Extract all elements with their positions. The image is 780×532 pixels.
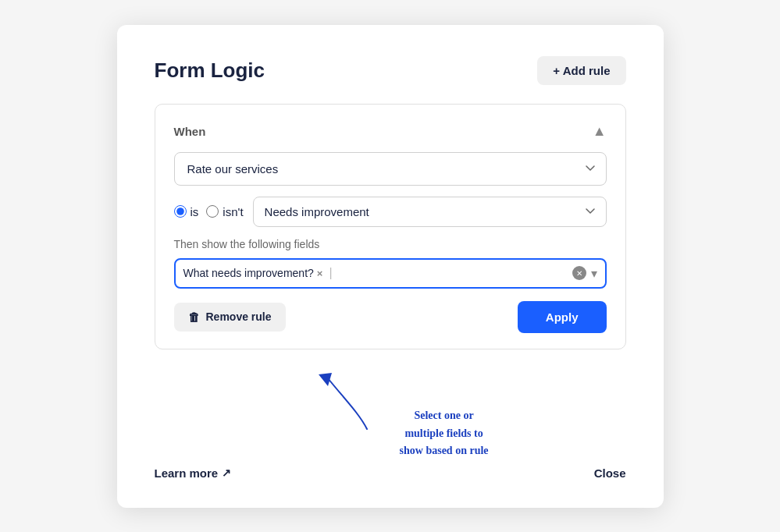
when-label: When bbox=[174, 125, 206, 138]
condition-row: is isn't Needs improvement Excellent Goo… bbox=[174, 197, 607, 227]
tag-input-icons: ▾ bbox=[572, 266, 597, 281]
tag-text-input[interactable] bbox=[339, 267, 568, 280]
tag-label: What needs improvement? bbox=[183, 267, 314, 279]
add-rule-button[interactable]: + Add rule bbox=[537, 56, 625, 85]
is-radio-label[interactable]: is bbox=[174, 205, 199, 218]
annotation-arrow-svg bbox=[289, 367, 414, 437]
tag-remove-icon[interactable]: × bbox=[317, 268, 323, 279]
trash-icon: 🗑 bbox=[188, 310, 200, 324]
isnt-radio-label[interactable]: isn't bbox=[206, 205, 243, 218]
question-select[interactable]: Rate our services How was your experienc… bbox=[174, 152, 607, 186]
isnt-radio[interactable] bbox=[206, 205, 219, 218]
tag-input-wrapper[interactable]: What needs improvement? × | ▾ bbox=[174, 258, 607, 289]
rule-box: When ▲ Rate our services How was your ex… bbox=[155, 104, 626, 349]
radio-group: is isn't bbox=[174, 205, 244, 218]
svg-marker-0 bbox=[319, 373, 332, 386]
dropdown-chevron-icon[interactable]: ▾ bbox=[591, 266, 597, 281]
modal-header: Form Logic + Add rule bbox=[155, 56, 626, 85]
action-row: 🗑 Remove rule Apply bbox=[174, 301, 607, 333]
is-radio[interactable] bbox=[174, 205, 187, 218]
condition-value-select[interactable]: Needs improvement Excellent Good Fair bbox=[253, 197, 607, 227]
clear-tags-icon[interactable] bbox=[572, 266, 586, 280]
modal-title: Form Logic bbox=[155, 59, 265, 83]
collapse-icon[interactable]: ▲ bbox=[593, 123, 607, 140]
learn-more-link[interactable]: Learn more ↗ bbox=[155, 466, 232, 480]
apply-button[interactable]: Apply bbox=[518, 301, 607, 333]
field-tag: What needs improvement? × bbox=[183, 267, 323, 279]
form-logic-modal: Form Logic + Add rule When ▲ Rate our se… bbox=[117, 25, 664, 508]
modal-footer: Learn more ↗ Close bbox=[155, 460, 626, 480]
then-label: Then show the following fields bbox=[174, 238, 607, 250]
when-header: When ▲ bbox=[174, 123, 607, 140]
tag-separator: | bbox=[329, 266, 332, 280]
close-link[interactable]: Close bbox=[594, 466, 626, 480]
external-link-icon: ↗ bbox=[222, 466, 231, 479]
annotation-text: Select one or multiple fields to show ba… bbox=[400, 407, 489, 459]
annotation-area: Select one or multiple fields to show ba… bbox=[155, 374, 626, 460]
remove-rule-button[interactable]: 🗑 Remove rule bbox=[174, 303, 286, 332]
